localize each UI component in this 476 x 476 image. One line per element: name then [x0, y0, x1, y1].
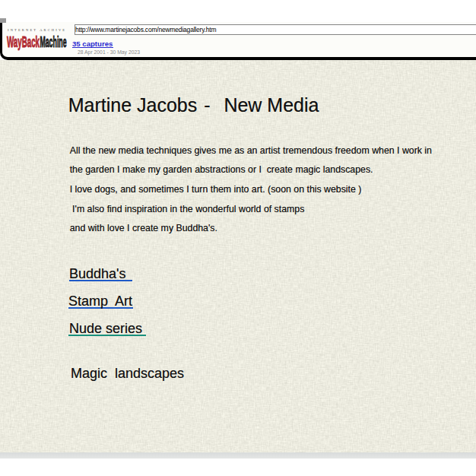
- svg-text:WayBack: WayBack: [7, 33, 40, 50]
- svg-text:Machine: Machine: [40, 33, 66, 50]
